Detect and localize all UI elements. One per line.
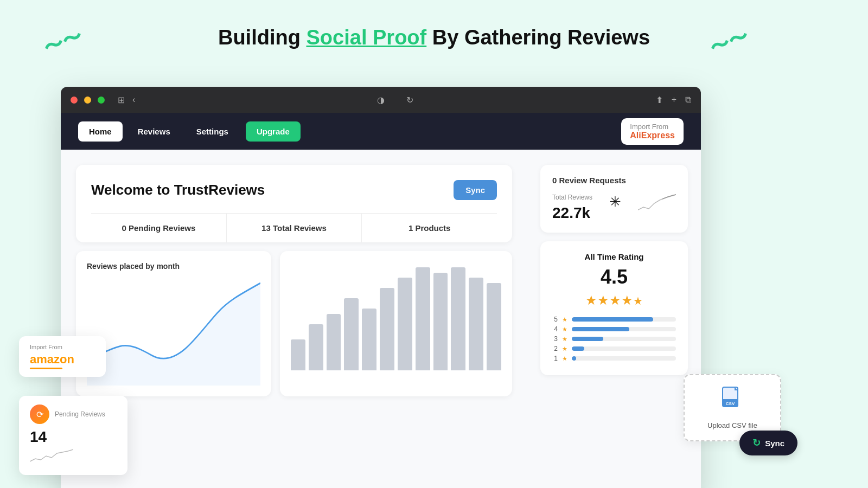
- nav-upgrade[interactable]: Upgrade: [246, 121, 301, 142]
- nav-reviews[interactable]: Reviews: [127, 121, 181, 142]
- sidebar-toggle-icon[interactable]: ⊞: [118, 95, 125, 105]
- pending-sparkline: [30, 448, 73, 464]
- browser-window: ⊞ ‹ ◑ ↻ ⬆ + ⧉ Home Reviews Settings Upgr…: [61, 87, 701, 488]
- bar-11: [469, 278, 483, 370]
- stat-total[interactable]: 13 Total Reviews: [227, 214, 362, 242]
- import-aliexpress-label: Import From: [630, 123, 675, 131]
- all-time-rating-card: All Time Rating 4.5 ★★★★★ 5 ★ 4 ★: [540, 241, 688, 375]
- line-chart-title: Reviews placed by month: [87, 262, 260, 271]
- pending-value: 14: [30, 428, 117, 446]
- review-requests-card: 0 Review Requests Total Reviews 22.7k ✳: [540, 165, 688, 233]
- app-content: Welcome to TrustReviews Sync 0 Pending R…: [61, 150, 701, 488]
- traffic-light-red[interactable]: [71, 97, 78, 104]
- theme-icon: ◑: [377, 95, 385, 105]
- charts-row: Reviews placed by month: [76, 251, 512, 396]
- bar-chart: [291, 262, 501, 370]
- csv-label: Upload CSV file: [700, 421, 765, 429]
- welcome-title: Welcome to TrustReviews: [91, 182, 265, 198]
- line-chart-card: Reviews placed by month: [76, 251, 271, 396]
- bar-chart-card: [280, 251, 512, 396]
- pending-icon: ⟳: [30, 404, 49, 424]
- bar-8: [416, 267, 430, 370]
- bar-3: [327, 314, 341, 371]
- back-icon[interactable]: ‹: [132, 95, 135, 105]
- amazon-import-label: Import From: [30, 344, 95, 350]
- sparkline-chart: [638, 194, 676, 213]
- copy-icon[interactable]: ⧉: [685, 95, 691, 105]
- star-burst-icon: ✳: [609, 194, 621, 210]
- import-amazon-card[interactable]: Import From amazon: [19, 336, 106, 377]
- share-icon[interactable]: ⬆: [656, 95, 663, 105]
- rating-bar-5: 5 ★: [552, 316, 676, 323]
- sync-float-button[interactable]: ↻ Sync: [739, 431, 797, 455]
- sync-button[interactable]: Sync: [454, 180, 497, 200]
- aliexpress-brand: AliExpress: [630, 131, 675, 140]
- import-aliexpress-badge[interactable]: Import From AliExpress: [621, 118, 684, 145]
- pending-label: Pending Reviews: [55, 410, 105, 418]
- total-reviews-label: Total Reviews: [552, 194, 592, 201]
- line-chart: [87, 277, 260, 386]
- amazon-brand: amazon: [30, 352, 95, 367]
- add-tab-icon[interactable]: +: [672, 95, 676, 105]
- rating-bar-2: 2 ★: [552, 345, 676, 352]
- bar-5: [362, 309, 376, 370]
- sync-float-icon: ↻: [752, 437, 761, 449]
- rating-value: 4.5: [552, 266, 676, 288]
- bar-7: [398, 278, 412, 370]
- rating-bar-1: 1 ★: [552, 355, 676, 362]
- bar-4: [344, 298, 359, 370]
- nav-home[interactable]: Home: [78, 121, 123, 142]
- pending-reviews-card: ⟳ Pending Reviews 14: [19, 396, 127, 475]
- bar-2: [309, 324, 323, 371]
- review-requests-label: 0 Review Requests: [552, 176, 676, 185]
- svg-text:CSV: CSV: [726, 401, 735, 406]
- traffic-light-green[interactable]: [98, 97, 105, 104]
- bar-10: [451, 267, 465, 370]
- total-reviews-value: 22.7k: [552, 204, 592, 222]
- rating-bar-4: 4 ★: [552, 325, 676, 333]
- csv-file-icon: CSV: [700, 386, 765, 417]
- app-nav: Home Reviews Settings Upgrade Import Fro…: [61, 113, 701, 150]
- bar-12: [487, 283, 501, 371]
- bar-1: [291, 339, 305, 370]
- rating-bars: 5 ★ 4 ★ 3 ★ 2: [552, 316, 676, 362]
- stat-pending[interactable]: 0 Pending Reviews: [91, 214, 227, 242]
- sync-float-label: Sync: [765, 439, 784, 448]
- star-rating: ★★★★★: [552, 293, 676, 308]
- nav-settings[interactable]: Settings: [186, 121, 239, 142]
- bar-6: [380, 288, 394, 370]
- rating-title: All Time Rating: [552, 252, 676, 261]
- browser-chrome: ⊞ ‹ ◑ ↻ ⬆ + ⧉: [61, 87, 701, 113]
- left-panel: Welcome to TrustReviews Sync 0 Pending R…: [61, 150, 527, 488]
- stat-products[interactable]: 1 Products: [362, 214, 497, 242]
- stats-tabs: 0 Pending Reviews 13 Total Reviews 1 Pro…: [91, 213, 497, 242]
- amazon-underline: [30, 368, 62, 369]
- traffic-light-yellow[interactable]: [84, 97, 91, 104]
- welcome-card: Welcome to TrustReviews Sync 0 Pending R…: [76, 165, 512, 242]
- bar-9: [433, 273, 448, 371]
- rating-bar-3: 3 ★: [552, 335, 676, 343]
- refresh-icon[interactable]: ↻: [406, 95, 413, 105]
- right-panel: 0 Review Requests Total Reviews 22.7k ✳: [527, 150, 701, 488]
